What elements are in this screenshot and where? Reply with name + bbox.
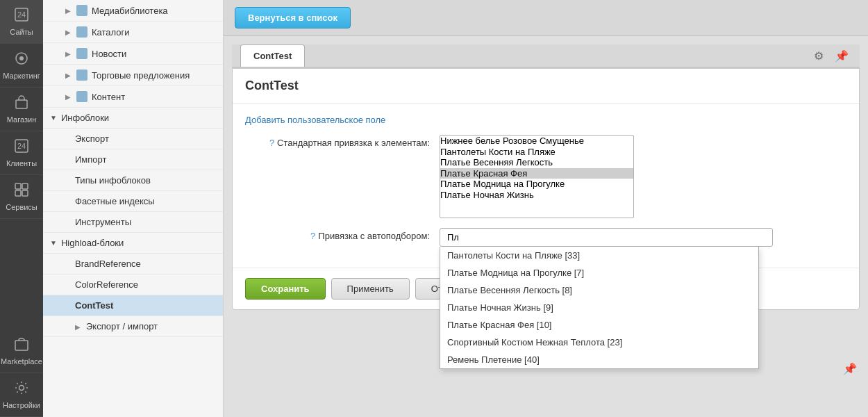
autocomplete-item[interactable]: Ремень Плетение [40] xyxy=(440,351,758,368)
tab-bar: ContTest ⚙ 📌 xyxy=(232,44,860,68)
autobind-help-icon: ? xyxy=(310,231,315,241)
binding-row: ? Стандартная привязка к элементам: Нижн… xyxy=(245,135,846,218)
trade-icon xyxy=(76,70,87,81)
autocomplete-item[interactable]: Спортивный Костюм Нежная Теплота [23] xyxy=(440,334,758,351)
catalogs-icon xyxy=(76,26,87,38)
shop-icon xyxy=(14,95,29,113)
sidebar-item-infoblocks[interactable]: ▼ Инфоблоки xyxy=(43,108,223,129)
autobind-label-text: Привязка с автоподбором: xyxy=(318,231,430,241)
sidebar-item-brand-ref[interactable]: BrandReference xyxy=(43,254,223,275)
sidebar-item-instruments[interactable]: Инструменты xyxy=(43,212,223,233)
autobind-row: ? Привязка с автоподбором: Пантолеты Кос… xyxy=(245,228,846,247)
instruments-label: Инструменты xyxy=(75,217,131,227)
tab-conttest[interactable]: ContTest xyxy=(240,44,305,67)
right-pin-icon[interactable]: 📌 xyxy=(843,362,857,375)
sidebar-item-sites[interactable]: 24 Сайты xyxy=(0,0,43,44)
news-label: Новости xyxy=(92,49,126,59)
form-body: Добавить пользовательское поле ? Стандар… xyxy=(233,104,859,268)
autobind-label: ? Привязка с автоподбором: xyxy=(245,228,440,241)
gear-button[interactable]: ⚙ xyxy=(811,47,826,65)
svg-rect-10 xyxy=(22,190,28,196)
icon-bar: 24 Сайты Маркетинг Магазин 24 Клиенты Се… xyxy=(0,0,43,417)
back-button[interactable]: Вернуться в список xyxy=(235,7,351,28)
listbox-item[interactable]: Пантолеты Кости на Пляже xyxy=(440,147,633,158)
arrow-icon: ▶ xyxy=(65,28,72,35)
trade-label: Торговые предложения xyxy=(92,70,190,81)
svg-rect-8 xyxy=(22,183,28,189)
cont-test-label: ContTest xyxy=(75,300,113,311)
add-field-link[interactable]: Добавить пользовательское поле xyxy=(245,115,385,125)
svg-rect-11 xyxy=(15,341,28,350)
sidebar-item-trade[interactable]: ▶ Торговые предложения xyxy=(43,65,223,86)
binding-help-icon: ? xyxy=(269,138,274,148)
arrow-down-icon: ▼ xyxy=(50,114,57,122)
sidebar-item-infoblock-types[interactable]: Типы инфоблоков xyxy=(43,170,223,191)
sidebar-item-media[interactable]: ▶ Медиабиблиотека xyxy=(43,0,223,22)
clients-label: Клиенты xyxy=(6,159,37,167)
top-bar: Вернуться в список xyxy=(224,0,868,36)
svg-text:24: 24 xyxy=(17,142,26,150)
sidebar-item-news[interactable]: ▶ Новости xyxy=(43,43,223,65)
pin-icon: 📌 xyxy=(835,50,849,62)
facet-indexes-label: Фасетные индексы xyxy=(75,196,155,206)
pin-button[interactable]: 📌 xyxy=(832,47,851,65)
autocomplete-item[interactable]: Платье Модница на Прогулке [7] xyxy=(440,264,758,281)
apply-button[interactable]: Применить xyxy=(331,278,410,300)
import-label: Импорт xyxy=(75,154,106,165)
svg-point-12 xyxy=(19,386,24,391)
content-icon xyxy=(76,91,87,102)
sidebar-item-clients[interactable]: 24 Клиенты xyxy=(0,131,43,175)
autocomplete-item[interactable]: Пантолеты Кости на Пляже [33] xyxy=(440,247,758,264)
tab-conttest-label: ContTest xyxy=(253,51,292,61)
autocomplete-item[interactable]: Платье Ночная Жизнь [9] xyxy=(440,299,758,316)
sidebar-item-export-import[interactable]: ▶ Экспорт / импорт xyxy=(43,316,223,337)
listbox-item[interactable]: Платье Ночная Жизнь xyxy=(440,190,633,201)
save-button[interactable]: Сохранить xyxy=(245,278,326,300)
listbox-item[interactable]: Нижнее белье Розовое Смущенье xyxy=(440,136,633,147)
media-icon xyxy=(76,5,87,16)
sidebar-item-export[interactable]: Экспорт xyxy=(43,129,223,149)
arrow-down-icon: ▼ xyxy=(50,239,57,247)
infoblock-types-label: Типы инфоблоков xyxy=(75,175,151,186)
sidebar-item-settings[interactable]: Настройки xyxy=(0,373,43,417)
autocomplete-item[interactable]: Платье Красная Фея [10] xyxy=(440,316,758,334)
binding-listbox[interactable]: Нижнее белье Розовое Смущенье Пантолеты … xyxy=(440,135,634,218)
export-label: Экспорт xyxy=(75,133,109,144)
infoblocks-label: Инфоблоки xyxy=(61,113,109,123)
main-content: Вернуться в список ContTest ⚙ 📌 ContTest… xyxy=(224,0,868,417)
binding-label-text: Стандартная привязка к элементам: xyxy=(277,138,430,148)
sidebar-item-highload[interactable]: ▼ Highload-блоки xyxy=(43,233,223,254)
color-ref-label: ColorReference xyxy=(75,279,138,290)
listbox-item[interactable]: Платье Весенняя Легкость xyxy=(440,157,633,168)
arrow-icon: ▶ xyxy=(65,7,72,14)
tab-actions: ⚙ 📌 xyxy=(811,47,851,65)
marketplace-label: Marketplace xyxy=(1,357,42,366)
listbox-item[interactable]: Платье Модница на Прогулке xyxy=(440,179,633,190)
autocomplete-dropdown: Пантолеты Кости на Пляже [33] Платье Мод… xyxy=(440,247,759,369)
sidebar-item-marketplace[interactable]: Marketplace xyxy=(0,329,43,373)
binding-label: ? Стандартная привязка к элементам: xyxy=(245,135,440,148)
listbox-item[interactable]: Платье Красная Фея xyxy=(440,168,633,179)
form-title: ContTest xyxy=(233,69,859,104)
sidebar-item-shop[interactable]: Магазин xyxy=(0,88,43,131)
sidebar-item-cont-test[interactable]: ContTest xyxy=(43,295,223,316)
sidebar-item-facet-indexes[interactable]: Фасетные индексы xyxy=(43,191,223,212)
autocomplete-wrapper: Пантолеты Кости на Пляже [33] Платье Мод… xyxy=(440,228,773,247)
sidebar-item-services[interactable]: Сервисы xyxy=(0,175,43,219)
sidebar: ▶ Медиабиблиотека ▶ Каталоги ▶ Новости ▶… xyxy=(43,0,224,417)
services-icon xyxy=(14,182,29,201)
marketing-icon xyxy=(14,51,29,70)
autocomplete-item[interactable]: Платье Весенняя Легкость [8] xyxy=(440,281,758,299)
svg-rect-4 xyxy=(16,100,27,108)
sidebar-item-marketing[interactable]: Маркетинг xyxy=(0,44,43,88)
content-area: ContTest ⚙ 📌 ContTest Добавить пользоват… xyxy=(224,36,868,417)
sidebar-item-color-ref[interactable]: ColorReference xyxy=(43,275,223,295)
marketplace-icon xyxy=(14,336,29,355)
autocomplete-input[interactable] xyxy=(440,228,773,247)
sidebar-item-catalogs[interactable]: ▶ Каталоги xyxy=(43,22,223,43)
arrow-icon: ▶ xyxy=(75,323,82,330)
svg-text:24: 24 xyxy=(17,10,26,19)
sidebar-item-import[interactable]: Импорт xyxy=(43,149,223,170)
media-label: Медиабиблиотека xyxy=(92,6,168,16)
sidebar-item-content[interactable]: ▶ Контент xyxy=(43,86,223,108)
